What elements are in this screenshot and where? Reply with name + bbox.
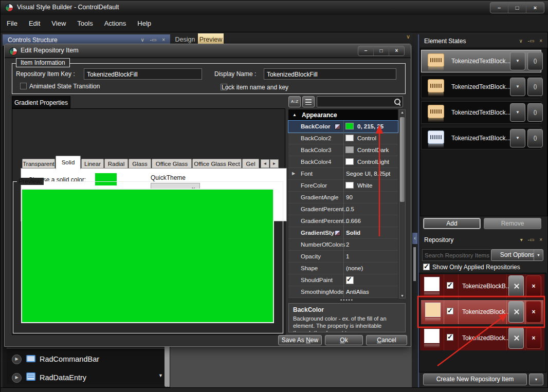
property-description-panel: BackColor Background color - ex. of the … — [288, 303, 406, 332]
description-title: BackColor — [293, 306, 401, 313]
tab-scroll-left-button[interactable]: ◄ — [261, 159, 269, 168]
tree-item-radcommandbar[interactable]: ▶ RadCommandBar — [7, 352, 161, 367]
tab-solid[interactable]: Solid — [56, 156, 81, 169]
sort-alphabetical-button[interactable]: A↓Z — [288, 96, 301, 107]
menu-help[interactable]: Help — [137, 20, 151, 27]
ok-button[interactable]: Ok — [325, 335, 363, 345]
state-dropdown-button[interactable]: ▼ — [510, 52, 525, 70]
repository-edit-button[interactable] — [508, 275, 524, 297]
splitter-collapse-button[interactable]: ‹ — [412, 233, 417, 244]
document-menu-chevron-icon[interactable]: ∨ — [406, 33, 410, 40]
repository-item-checkbox[interactable] — [447, 282, 453, 289]
panel-close-icon[interactable]: × — [162, 37, 165, 43]
repository-search-input[interactable] — [422, 249, 492, 261]
property-category-header[interactable]: ▲ Appearance — [288, 109, 398, 121]
sort-categorized-button[interactable] — [302, 96, 315, 107]
state-dropdown-button[interactable]: ▼ — [510, 78, 525, 96]
menu-file[interactable]: File — [7, 20, 17, 27]
menu-edit[interactable]: Edit — [29, 20, 40, 27]
state-dropdown-button[interactable]: ▼ — [510, 129, 525, 147]
panel-chevron-icon[interactable]: ∨ — [140, 37, 144, 43]
panel-close-icon[interactable]: × — [539, 237, 542, 242]
panel-chevron-icon[interactable]: ∨ — [519, 38, 522, 44]
state-edit-button[interactable]: () — [527, 78, 543, 96]
tree-scroll-down-icon[interactable]: ▼ — [158, 373, 163, 378]
panel-pin-icon[interactable]: -▭ — [150, 37, 157, 43]
cancel-button[interactable]: Cancel — [366, 335, 407, 345]
dropdown-icon: ▼ — [534, 250, 540, 260]
property-grid-scrollbar[interactable]: ▲ ▼ — [399, 109, 406, 298]
tab-office-glass[interactable]: Office Glass — [152, 159, 192, 169]
property-search-input[interactable] — [317, 96, 403, 107]
tab-office-glass-rect[interactable]: Office Glass Rect — [192, 159, 242, 169]
tab-gel[interactable]: Gel — [242, 159, 259, 169]
repository-item-selected[interactable]: TokenizedBlock... × — [421, 300, 543, 324]
expand-right-icon[interactable]: ▶ — [292, 171, 295, 176]
repository-item-checkbox[interactable] — [447, 334, 453, 341]
panel-pin-icon[interactable]: -▭ — [528, 237, 535, 242]
menu-tools[interactable]: Tools — [77, 20, 93, 27]
tree-item-raddataentry[interactable]: ▶ RadDataEntry — [7, 371, 161, 385]
tab-glass[interactable]: Glass — [129, 159, 151, 169]
sort-options-button[interactable]: Sort Options ▼ — [491, 249, 543, 261]
repository-delete-button[interactable]: × — [526, 275, 541, 297]
repository-item-checkbox[interactable] — [447, 308, 453, 314]
remove-state-button[interactable]: Remove — [484, 218, 541, 229]
tab-radial[interactable]: Radial — [104, 159, 128, 169]
animated-state-checkbox[interactable] — [20, 83, 27, 89]
dialog-title-bar[interactable]: Edit Repository Item – □ × — [5, 44, 411, 58]
expander-icon[interactable]: ▶ — [12, 373, 22, 383]
dock-splitter[interactable]: ‹ — [412, 32, 418, 388]
add-state-button[interactable]: Add — [423, 218, 481, 229]
scrollbar-thumb[interactable] — [400, 117, 405, 202]
panel-close-icon[interactable]: × — [539, 38, 542, 44]
repository-item[interactable]: TokenizedBlock... × — [420, 326, 544, 350]
maximize-button[interactable]: □ — [508, 3, 526, 13]
element-state-item[interactable]: TokenizedTextBlock... ▼ () — [421, 76, 541, 98]
element-states-header[interactable]: Element States ∨ -▭ × — [419, 35, 546, 47]
state-dropdown-button[interactable]: ▼ — [510, 103, 525, 122]
gradient-properties-tab[interactable]: Gradient Properties — [12, 96, 70, 108]
repository-edit-button[interactable] — [508, 327, 524, 349]
menu-bar: File Edit View Tools Actions Help — [1, 15, 548, 32]
repository-delete-button[interactable]: × — [526, 327, 541, 349]
repository-item-key-input[interactable]: TokenizedBlockFill — [84, 68, 202, 80]
expander-icon[interactable]: ▶ — [12, 354, 22, 364]
scroll-down-icon[interactable]: ▼ — [400, 294, 404, 297]
shouldpaint-checkbox[interactable] — [346, 276, 354, 284]
panel-pin-icon[interactable]: -▭ — [528, 38, 535, 44]
show-applied-checkbox[interactable] — [423, 264, 430, 270]
repository-header[interactable]: Repository ▾ -▭ × — [419, 234, 546, 246]
tab-transparent[interactable]: Transparent — [22, 159, 55, 169]
grid-column-separator[interactable] — [343, 121, 344, 298]
dialog-maximize-button[interactable]: □ — [374, 46, 389, 55]
element-state-item[interactable]: TokenizedTextBlock... ▼ () — [421, 50, 541, 72]
state-edit-button[interactable]: () — [527, 52, 543, 70]
tools-icon — [513, 283, 520, 290]
state-edit-button[interactable]: () — [527, 103, 543, 122]
splitter-handle[interactable] — [413, 247, 416, 281]
panel-menu-icon[interactable]: ▾ — [520, 237, 523, 242]
create-repository-dropdown-button[interactable]: ▼ — [529, 374, 543, 385]
app-icon — [5, 4, 13, 12]
element-state-item[interactable]: TokenizedTextBlock... ▼ () — [421, 127, 541, 150]
scroll-up-icon[interactable]: ▲ — [400, 110, 404, 114]
element-state-item[interactable]: TokenizedTextBlock... ▼ () — [421, 101, 541, 124]
minimize-button[interactable]: – — [490, 3, 508, 13]
menu-view[interactable]: View — [51, 20, 66, 27]
repository-delete-button[interactable]: × — [526, 301, 541, 323]
color-swatch — [345, 182, 354, 189]
save-as-new-button[interactable]: Save As New — [278, 335, 322, 345]
menu-actions[interactable]: Actions — [104, 20, 126, 27]
state-edit-button[interactable]: () — [527, 129, 543, 147]
create-repository-item-button[interactable]: Create New Repository Item — [423, 374, 527, 385]
repository-item[interactable]: TokenizeBlockB... × — [420, 274, 544, 298]
dialog-close-button[interactable]: × — [389, 46, 404, 55]
close-button[interactable]: × — [526, 3, 544, 13]
grid-splitter-handle[interactable]: ••••• — [288, 298, 406, 303]
repository-edit-button[interactable] — [508, 301, 524, 323]
display-name-input[interactable]: TokenizedBlockFill — [264, 68, 396, 80]
tab-linear[interactable]: Linear — [81, 159, 104, 169]
dialog-minimize-button[interactable]: – — [358, 46, 374, 55]
tab-scroll-right-button[interactable]: ► — [270, 159, 279, 168]
